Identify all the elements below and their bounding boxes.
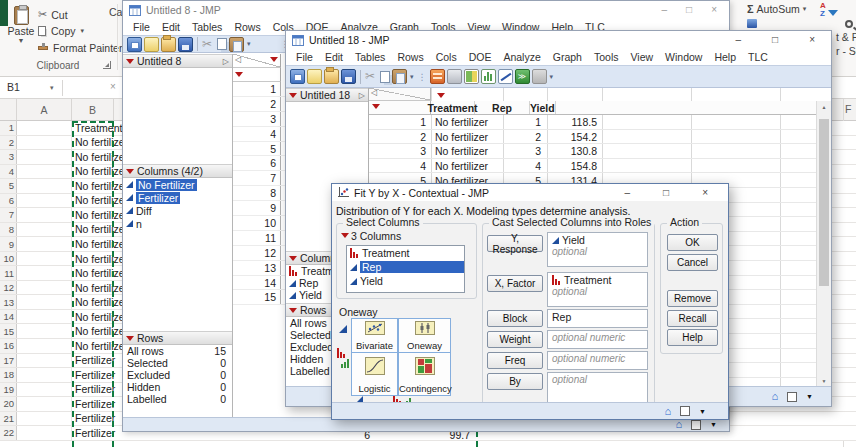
by-dropzone[interactable]: optional — [547, 372, 648, 406]
cell-b[interactable]: No fertilizer — [72, 252, 128, 266]
cell-b[interactable]: No fertilizer — [72, 339, 128, 353]
cell-a[interactable] — [17, 208, 72, 222]
red-triangle-icon[interactable] — [126, 336, 134, 345]
row-number[interactable]: 13 — [233, 261, 281, 275]
cell-rep[interactable]: 4 — [503, 160, 547, 172]
action-button[interactable]: Cancel — [667, 254, 718, 271]
cell-b[interactable]: No fertilizer — [72, 295, 128, 309]
open-icon[interactable] — [161, 37, 176, 52]
expand-icon[interactable]: ▷ — [359, 91, 365, 100]
cut-icon[interactable]: ✂ — [202, 37, 215, 52]
column-header[interactable]: Treatment — [431, 101, 475, 114]
cell-b[interactable]: No fertilizer — [72, 223, 128, 237]
cell-a[interactable] — [17, 194, 72, 208]
formula-icon[interactable] — [532, 69, 547, 84]
menu-item[interactable]: Edit — [319, 51, 349, 63]
menu-item[interactable]: TLC — [742, 51, 774, 63]
rows-menu-icon[interactable] — [235, 72, 243, 81]
rows-panel-header[interactable]: Rows — [123, 331, 232, 345]
block-button[interactable]: Block — [487, 310, 543, 327]
clipboard-dialog-launcher-icon[interactable] — [103, 61, 111, 69]
row-header[interactable]: 19 — [0, 383, 17, 397]
cell-yield[interactable]: 118.5 — [547, 116, 602, 128]
cell-rep[interactable]: 1 — [503, 116, 547, 128]
paste-icon[interactable] — [229, 37, 244, 52]
cut-button[interactable]: ✂ Cut — [38, 8, 68, 21]
menu-item[interactable]: File — [127, 21, 156, 33]
join-tables-icon[interactable]: ≫ — [515, 69, 530, 84]
row-header[interactable]: 14 — [0, 310, 17, 324]
columns-menu-icon[interactable] — [270, 57, 278, 66]
row-header[interactable]: 7 — [0, 208, 17, 222]
column-list-item[interactable]: Diff — [123, 204, 232, 217]
status-dropdown-icon[interactable]: ▼ — [710, 421, 717, 428]
row-number[interactable]: 4 — [233, 127, 281, 141]
summary-icon[interactable] — [447, 69, 462, 84]
row-header[interactable]: 16 — [0, 339, 17, 353]
cell-treatment[interactable]: No fertilizer — [431, 145, 503, 157]
status-checkbox[interactable] — [787, 392, 797, 402]
cell-b[interactable]: Fertilizer — [72, 426, 115, 440]
cell-a[interactable] — [17, 368, 72, 382]
select-all-corner[interactable] — [0, 99, 17, 120]
cell-b[interactable]: No fertilizer — [72, 136, 128, 150]
column-header[interactable]: Rep — [475, 101, 530, 114]
platform-cell-oneway[interactable]: Oneway — [398, 318, 451, 353]
cell-a[interactable] — [17, 179, 72, 193]
toolbar-overflow-icon[interactable]: ▾ — [410, 73, 414, 81]
by-button[interactable]: By — [487, 373, 543, 390]
cell-b[interactable]: No fertilizer — [72, 165, 128, 179]
table-row[interactable]: 2 No fertilizer 2 154.2 — [369, 130, 816, 145]
row-header[interactable]: 4 — [0, 165, 17, 179]
column-header-f[interactable]: F — [845, 103, 851, 115]
collapse-panel-icon[interactable]: ◁ — [235, 55, 241, 64]
row-header[interactable]: 12 — [0, 281, 17, 295]
status-checkbox[interactable] — [680, 406, 690, 416]
copy-icon[interactable] — [380, 71, 390, 83]
x-factor-dropzone[interactable]: Treatment optional — [547, 272, 648, 307]
action-button[interactable]: Remove — [667, 290, 718, 307]
table-panel-header[interactable]: Untitled 18 ▷ — [286, 88, 368, 102]
red-triangle-icon[interactable] — [126, 169, 134, 178]
red-triangle-icon[interactable] — [341, 233, 349, 242]
cell-b[interactable]: No fertilizer — [72, 310, 128, 324]
scroll-up-icon[interactable]: ▲ — [817, 101, 831, 110]
y-response-dropzone[interactable]: Yield optional — [547, 232, 648, 267]
selectable-column-item[interactable]: Yield — [347, 274, 464, 288]
paste-icon[interactable] — [392, 69, 407, 84]
save-icon[interactable] — [341, 69, 356, 84]
new-data-table-icon[interactable] — [290, 69, 305, 84]
untitled8-titlebar[interactable]: Untitled 8 - JMP – □ × — [123, 1, 729, 19]
home-icon[interactable]: ⌂ — [664, 406, 671, 417]
row-header[interactable]: 10 — [0, 252, 17, 266]
find-select-icon[interactable] — [845, 20, 853, 28]
x-factor-button[interactable]: X, Factor — [487, 275, 543, 292]
fill-icon[interactable] — [747, 19, 757, 28]
action-button[interactable]: OK — [667, 234, 718, 251]
minimize-icon[interactable]: – — [736, 35, 742, 45]
cell-a[interactable] — [17, 397, 72, 411]
new-journal-icon[interactable] — [307, 69, 322, 84]
table-row[interactable]: 4 No fertilizer 4 154.8 — [369, 159, 816, 174]
weight-dropzone[interactable]: optional numeric — [547, 330, 648, 349]
platform-cell-contingency[interactable]: Contingency — [398, 352, 451, 396]
row-header[interactable]: 3 — [0, 150, 17, 164]
red-triangle-icon[interactable] — [289, 256, 297, 265]
status-dropdown-icon[interactable]: ▼ — [699, 408, 706, 415]
scroll-down-icon[interactable]: ▼ — [817, 378, 831, 384]
menu-item[interactable]: File — [290, 51, 319, 63]
column-list-item[interactable]: No Fertilizer — [123, 178, 232, 191]
table-row[interactable]: 3 No fertilizer 3 130.8 — [369, 144, 816, 159]
cell-b[interactable]: No fertilizer — [72, 179, 128, 193]
home-icon[interactable]: ⌂ — [771, 391, 778, 402]
row-header[interactable]: 6 — [0, 194, 17, 208]
cell-b[interactable]: No fertilizer — [72, 150, 128, 164]
rows-menu-icon[interactable] — [372, 104, 380, 113]
column-list-item[interactable]: Fertilizer — [123, 191, 232, 204]
cell-treatment[interactable]: No fertilizer — [431, 116, 503, 128]
sort-filter-button[interactable]: A Z — [820, 2, 842, 28]
menu-item[interactable]: Cols — [430, 51, 463, 63]
dialog-titlebar[interactable]: Fit Y by X - Contextual - JMP – □ × — [332, 184, 728, 201]
row-number[interactable]: 6 — [233, 156, 281, 170]
menu-item[interactable]: Rows — [228, 21, 266, 33]
